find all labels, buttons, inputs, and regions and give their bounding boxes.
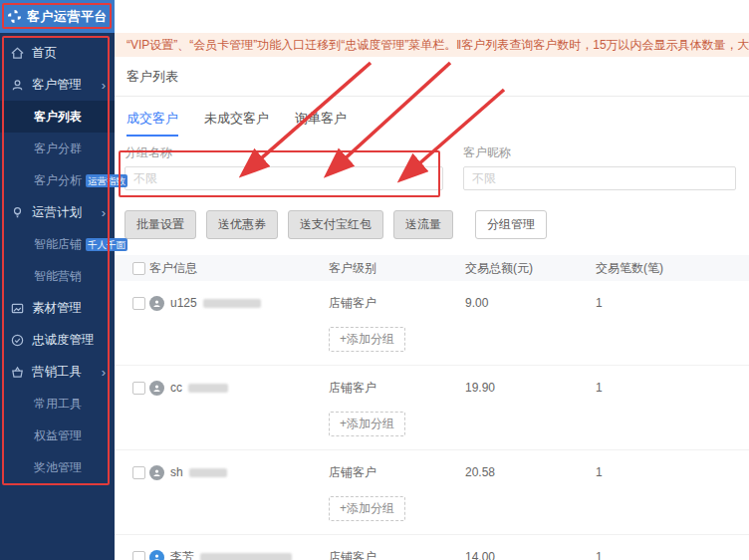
users-icon: [10, 78, 25, 93]
sidebar-item-smart-marketing[interactable]: 智能营销: [0, 260, 115, 292]
row-checkbox[interactable]: [132, 297, 145, 310]
transaction-count: 1: [596, 550, 749, 560]
chevron-right-icon: ›: [102, 365, 106, 380]
sidebar-item-smart-store[interactable]: 智能店铺 千人千面: [0, 228, 115, 260]
sidebar-item-label: 客户分析: [34, 172, 82, 189]
total-amount: 9.00: [465, 296, 596, 310]
sidebar-item-customer-list[interactable]: 客户列表: [0, 101, 115, 133]
avatar: [149, 296, 164, 311]
table-row: 李芳 店铺客户 14.00 1 +添加分组: [115, 535, 749, 560]
customer-name: u125: [170, 296, 197, 310]
filter-row: 分组名称 客户昵称: [115, 137, 749, 190]
sidebar-item-label: 权益管理: [34, 427, 82, 444]
customer-nickname-input[interactable]: [463, 166, 736, 190]
sidebar-item-material-management[interactable]: 素材管理: [0, 292, 115, 324]
sidebar-item-label: 常用工具: [34, 396, 82, 413]
bulb-icon: [10, 205, 25, 220]
row-checkbox[interactable]: [132, 382, 145, 395]
sidebar-nav: 首页 客户管理 › 客户列表 客户分群 客户分析 运营指数: [0, 33, 115, 483]
send-coupon-button[interactable]: 送优惠券: [206, 210, 278, 239]
column-customer-level: 客户级别: [329, 260, 465, 277]
operation-index-badge: 运营指数: [86, 174, 127, 187]
top-bar: [115, 0, 749, 33]
chevron-right-icon: ›: [102, 78, 106, 93]
add-to-group-button[interactable]: +添加分组: [329, 412, 405, 436]
loyalty-icon: [10, 333, 25, 348]
total-amount: 20.58: [465, 465, 596, 479]
redacted-name: [203, 299, 261, 308]
send-traffic-button[interactable]: 送流量: [393, 210, 453, 239]
filter-group-name: 分组名称: [125, 144, 443, 190]
table-row: u125 店铺客户 9.00 1 +添加分组: [115, 281, 749, 366]
row-checkbox[interactable]: [132, 466, 145, 479]
sidebar-item-label: 智能营销: [34, 268, 82, 285]
column-total-amount: 交易总额(元): [465, 260, 596, 277]
select-all-checkbox[interactable]: [132, 262, 145, 275]
main-area: “VIP设置”、“会员卡管理”功能入口迁移到“忠诚度管理”菜单栏。‖客户列表查询…: [115, 0, 749, 560]
app-logo-text: 客户运营平台: [27, 8, 108, 26]
image-icon: [10, 301, 25, 316]
sidebar-item-common-tools[interactable]: 常用工具: [0, 388, 115, 420]
send-alipay-redpacket-button[interactable]: 送支付宝红包: [288, 210, 383, 239]
action-button-row: 批量设置 送优惠券 送支付宝红包 送流量 分组管理: [115, 190, 749, 251]
redacted-name: [200, 553, 292, 560]
customer-name: sh: [170, 465, 183, 479]
column-customer-info: 客户信息: [149, 260, 329, 277]
avatar: [149, 550, 164, 560]
customer-level: 店铺客户: [329, 380, 465, 397]
sidebar-item-label: 智能店铺: [34, 236, 82, 253]
sidebar-item-label: 客户管理: [32, 77, 82, 94]
transaction-count: 1: [596, 381, 749, 395]
add-to-group-button[interactable]: +添加分组: [329, 327, 405, 352]
app-window: 客户运营平台 首页 客户管理 › 客户列表 客户分群: [0, 0, 749, 560]
add-to-group-button[interactable]: +添加分组: [329, 496, 405, 521]
batch-settings-button[interactable]: 批量设置: [125, 210, 196, 239]
sidebar-item-customer-management[interactable]: 客户管理 ›: [0, 69, 115, 101]
column-transaction-count: 交易笔数(笔): [596, 260, 749, 277]
tab-bar: 成交客户 未成交客户 询单客户: [115, 97, 749, 137]
group-name-label: 分组名称: [125, 144, 443, 161]
sidebar-item-marketing-tools[interactable]: 营销工具 ›: [0, 356, 115, 388]
transaction-count: 1: [596, 465, 749, 479]
customer-level: 店铺客户: [329, 295, 465, 312]
tab-deal-customers[interactable]: 成交客户: [126, 110, 178, 137]
customer-name: 李芳: [170, 549, 194, 560]
basket-icon: [10, 365, 25, 380]
table-header: 客户信息 客户级别 交易总额(元) 交易笔数(笔): [115, 255, 749, 281]
sidebar-item-rights-management[interactable]: 权益管理: [0, 420, 115, 451]
total-amount: 19.90: [465, 381, 596, 395]
sidebar-item-loyalty-management[interactable]: 忠诚度管理: [0, 324, 115, 356]
sidebar-item-label: 客户分群: [34, 140, 82, 157]
row-checkbox[interactable]: [132, 551, 145, 560]
sidebar-item-label: 首页: [32, 45, 57, 62]
sidebar-item-operation-plan[interactable]: 运营计划 ›: [0, 196, 115, 228]
sidebar-item-label: 客户列表: [34, 109, 82, 126]
customer-level: 店铺客户: [329, 549, 465, 560]
avatar: [149, 381, 164, 396]
pinwheel-logo-icon: [7, 9, 22, 24]
filter-customer-nickname: 客户昵称: [463, 144, 736, 190]
home-icon: [10, 46, 25, 61]
chevron-right-icon: ›: [102, 205, 106, 220]
group-name-input[interactable]: [125, 166, 443, 190]
sidebar-item-label: 营销工具: [32, 364, 82, 381]
sidebar-item-prize-pool-management[interactable]: 奖池管理: [0, 451, 115, 483]
sidebar: 客户运营平台 首页 客户管理 › 客户列表 客户分群: [0, 0, 115, 560]
table-row: sh 店铺客户 20.58 1 +添加分组: [115, 450, 749, 535]
page-title: 客户列表: [115, 57, 749, 97]
sidebar-item-customer-analysis[interactable]: 客户分析 运营指数: [0, 164, 115, 196]
sidebar-item-label: 奖池管理: [34, 459, 82, 476]
group-management-button[interactable]: 分组管理: [475, 210, 547, 239]
redacted-name: [188, 384, 228, 393]
table-body: u125 店铺客户 9.00 1 +添加分组 cc: [115, 281, 749, 560]
tab-no-deal-customers[interactable]: 未成交客户: [204, 110, 269, 137]
sidebar-item-label: 运营计划: [32, 204, 82, 221]
sidebar-item-customer-segments[interactable]: 客户分群: [0, 133, 115, 164]
thousand-faces-badge: 千人千面: [86, 238, 127, 251]
sidebar-item-home[interactable]: 首页: [0, 37, 115, 69]
total-amount: 14.00: [465, 550, 596, 560]
tab-inquiry-customers[interactable]: 询单客户: [295, 110, 347, 137]
table-row: cc 店铺客户 19.90 1 +添加分组: [115, 366, 749, 450]
transaction-count: 1: [596, 296, 749, 310]
customer-level: 店铺客户: [329, 464, 465, 481]
